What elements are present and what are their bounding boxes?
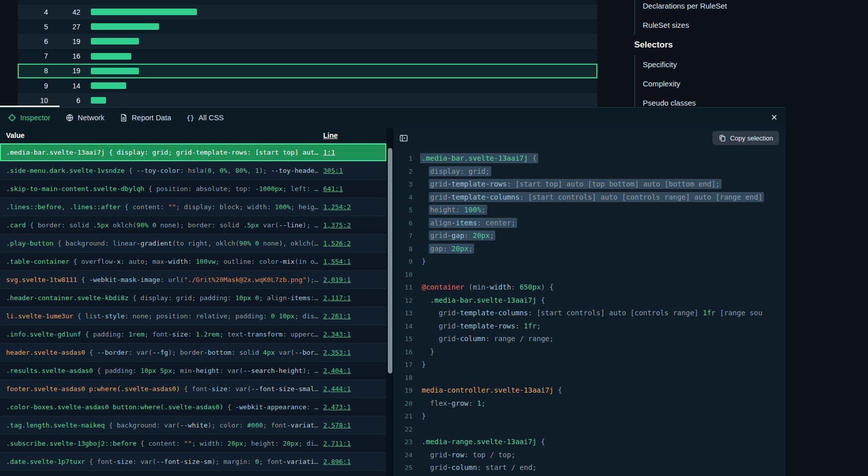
code-line: 26 xyxy=(393,474,786,476)
css-rule-row[interactable]: .side-menu.dark.svelte-1vsndze { --toy-c… xyxy=(0,162,386,180)
css-rule-row[interactable]: .tag.length.svelte-naikeq { background: … xyxy=(0,416,386,435)
code-line: 2 display: grid; xyxy=(393,165,786,178)
css-rule-row[interactable]: .date.svelte-1p7tuxr { font-size: var(--… xyxy=(0,453,386,471)
code-line: 6 align-items: center; xyxy=(393,217,786,230)
rule-line-cell: 1:1 xyxy=(323,149,386,156)
css-rule-row[interactable]: .table-container { overflow-x: auto; max… xyxy=(0,253,386,271)
copy-icon xyxy=(719,134,726,142)
css-rule-row[interactable]: .media-bar.svelte-13aai7j { display: gri… xyxy=(0,144,386,162)
line-link[interactable]: 2,019:1 xyxy=(323,276,351,283)
code-line: 19media-controller.svelte-13aai7j { xyxy=(393,384,786,397)
css-rule-row[interactable]: .info.svelte-gd1unf { padding: 1rem; fon… xyxy=(0,325,386,344)
nav-group: SpecificityComplexityPseudo classes xyxy=(634,55,866,113)
line-number: 10 xyxy=(393,268,422,281)
chart-row-label: 9 xyxy=(18,82,48,90)
code-text: grid-template-columns: [start controls] … xyxy=(422,191,762,204)
line-link[interactable]: 1,526:2 xyxy=(323,240,351,247)
nav-item-ruleset-sizes[interactable]: RuleSet sizes xyxy=(635,16,866,35)
line-link[interactable]: 1:1 xyxy=(323,149,335,156)
tab-report-data[interactable]: Report Data xyxy=(120,114,171,122)
report-icon xyxy=(120,114,128,122)
line-link[interactable]: 641:1 xyxy=(323,185,343,193)
chart-bar xyxy=(91,97,106,104)
css-rule-row[interactable]: .card { border: solid .5px oklch(90% 0 n… xyxy=(0,216,386,234)
line-link[interactable]: 2,353:1 xyxy=(323,349,351,356)
nav-header-selectors[interactable]: Selectors xyxy=(634,35,866,55)
code-text: .media-bar.svelte-13aai7j { xyxy=(422,294,545,307)
line-link[interactable]: 1,254:2 xyxy=(323,203,351,211)
tab-inspector[interactable]: Inspector xyxy=(8,114,50,122)
chart-bar xyxy=(91,53,131,60)
line-link[interactable]: 2,117:1 xyxy=(323,294,351,302)
nav-item-declarations-per-ruleset[interactable]: Declarations per RuleSet xyxy=(635,0,866,16)
rule-value: .info.svelte-gd1unf { padding: 1rem; fon… xyxy=(0,330,323,338)
line-link[interactable]: 1,375:2 xyxy=(323,221,351,229)
css-rule-row[interactable]: .header-container.svelte-kbdi8z { displa… xyxy=(0,289,386,307)
chart-row[interactable]: 914 xyxy=(18,78,597,93)
copy-selection-label: Copy selection xyxy=(730,134,773,142)
copy-selection-button[interactable]: Copy selection xyxy=(712,131,779,145)
line-number: 3 xyxy=(393,178,422,191)
code-line: 14 grid-template-rows: 1fr; xyxy=(393,320,786,333)
chart-row[interactable]: 106 xyxy=(18,93,597,107)
chart-row-value: 19 xyxy=(48,37,80,45)
css-rule-row[interactable]: .color-boxes.svelte-asdas0 button:where(… xyxy=(0,398,386,416)
code-text: align-items: center; xyxy=(422,217,516,230)
css-rule-row[interactable]: .lines::before, .lines::after { content:… xyxy=(0,198,386,216)
rule-line-cell: 1,526:2 xyxy=(323,240,386,247)
chart-row[interactable]: 527 xyxy=(18,19,597,34)
column-header-line[interactable]: Line xyxy=(323,131,386,139)
close-icon[interactable]: ✕ xyxy=(771,113,778,122)
chart-row[interactable]: 442 xyxy=(18,5,597,19)
code-text: } xyxy=(422,255,426,268)
tab-label: Inspector xyxy=(20,114,50,122)
code-line: 4 grid-template-columns: [start controls… xyxy=(393,191,786,204)
css-rule-row[interactable]: li.svelte-1ume3ur { list-style: none; po… xyxy=(0,307,386,325)
line-link[interactable]: 2,444:1 xyxy=(323,385,351,393)
rule-value: .skip-to-main-content.svelte-dbylqh { po… xyxy=(0,185,323,193)
rule-value: .side-menu.dark.svelte-1vsndze { --toy-c… xyxy=(0,167,323,174)
line-number: 5 xyxy=(393,204,422,217)
css-rule-row[interactable]: svg.svelte-1tw8111 { -webkit-mask-image:… xyxy=(0,271,386,289)
css-rule-row[interactable]: .play-button { background: linear-gradie… xyxy=(0,234,386,253)
chart-row[interactable]: 619 xyxy=(18,34,597,49)
code-text: grid-column: range / range; xyxy=(422,332,553,346)
chart-row[interactable]: 819 xyxy=(18,64,597,78)
line-link[interactable]: 2,404:1 xyxy=(323,367,351,374)
scrollbar-thumb[interactable] xyxy=(388,148,392,373)
line-link[interactable]: 2,473:1 xyxy=(323,403,351,411)
rule-line-cell: 305:1 xyxy=(323,167,386,174)
table-scrollbar[interactable] xyxy=(386,128,393,476)
rule-value: li.svelte-1ume3ur { list-style: none; po… xyxy=(0,312,323,320)
css-source-viewer: Copy selection 1.media-bar.svelte-13aai7… xyxy=(393,128,786,476)
code-area[interactable]: 1.media-bar.svelte-13aai7j {2 display: g… xyxy=(393,148,786,476)
css-rule-row[interactable]: footer.svelte-asdas0 p:where(.svelte-asd… xyxy=(0,380,386,398)
chart-row-label: 7 xyxy=(18,52,48,60)
line-number: 6 xyxy=(393,217,422,230)
code-line: 11@container (min-width: 650px) { xyxy=(393,281,786,294)
table-rows: .media-bar.svelte-13aai7j { display: gri… xyxy=(0,144,386,471)
nav-item-specificity[interactable]: Specificity xyxy=(635,55,866,74)
css-rule-row[interactable]: .subscribe.svelte-13gboj2::before { cont… xyxy=(0,435,386,453)
panel-toggle-icon[interactable] xyxy=(399,134,408,142)
line-link[interactable]: 2,896:1 xyxy=(323,458,351,465)
rule-value: .table-container { overflow-x: auto; max… xyxy=(0,258,323,265)
chart-row-label: 4 xyxy=(18,8,48,16)
rule-line-cell: 2,473:1 xyxy=(323,403,386,411)
line-link[interactable]: 1,554:1 xyxy=(323,258,351,265)
line-link[interactable]: 2,578:1 xyxy=(323,421,351,429)
css-rule-row[interactable]: header.svelte-asdas0 { --border: var(--f… xyxy=(0,344,386,362)
chart-row[interactable]: 716 xyxy=(18,49,597,64)
css-rule-row[interactable]: .results.svelte-asdas0 { padding: 10px 5… xyxy=(0,362,386,380)
css-rule-row[interactable]: .skip-to-main-content.svelte-dbylqh { po… xyxy=(0,180,386,198)
code-line: 3 grid-template-rows: [start top] auto [… xyxy=(393,178,786,191)
tab-network[interactable]: Network xyxy=(66,114,105,122)
line-link[interactable]: 2,261:1 xyxy=(323,312,351,320)
line-number: 13 xyxy=(393,307,422,320)
tab-all-css[interactable]: {}All CSS xyxy=(186,114,224,122)
line-link[interactable]: 2,711:1 xyxy=(323,440,351,447)
line-link[interactable]: 305:1 xyxy=(323,167,343,174)
line-link[interactable]: 2,343:1 xyxy=(323,330,351,338)
nav-item-complexity[interactable]: Complexity xyxy=(635,74,866,93)
code-line: 7 grid-gap: 20px; xyxy=(393,229,786,243)
